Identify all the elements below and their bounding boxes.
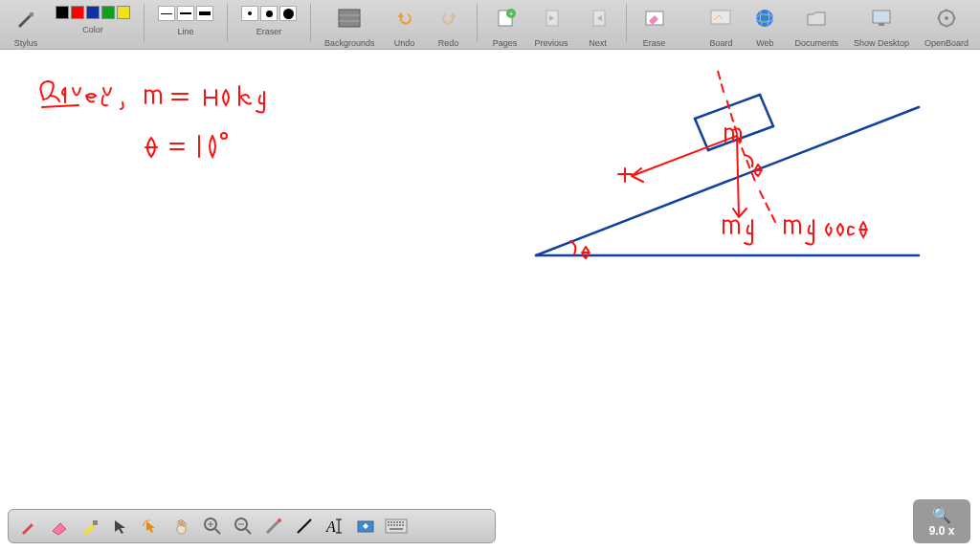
- redo-group: Redo: [431, 2, 467, 50]
- keyboard-tool[interactable]: [384, 514, 409, 539]
- svg-rect-50: [399, 521, 401, 523]
- svg-line-39: [298, 519, 311, 533]
- zoom-indicator[interactable]: 🔍 9.0 x: [913, 499, 970, 543]
- svg-rect-49: [396, 521, 398, 523]
- line-thick[interactable]: [196, 6, 213, 21]
- color-blue[interactable]: [86, 6, 100, 19]
- svg-rect-13: [873, 11, 890, 23]
- color-group: Color: [52, 2, 134, 36]
- color-yellow[interactable]: [117, 6, 130, 19]
- laser-tool[interactable]: [261, 514, 286, 539]
- svg-text:+: +: [508, 10, 513, 18]
- stylus-label: Stylus: [14, 38, 38, 48]
- svg-rect-57: [402, 524, 404, 526]
- svg-rect-54: [393, 524, 395, 526]
- pages-label: Pages: [493, 38, 518, 48]
- eraser-large[interactable]: [279, 6, 297, 21]
- eraser-med[interactable]: [260, 6, 278, 21]
- svg-rect-29: [93, 520, 98, 525]
- svg-rect-14: [879, 23, 884, 26]
- svg-rect-1: [339, 10, 360, 27]
- color-red[interactable]: [71, 6, 84, 19]
- svg-line-31: [215, 529, 220, 534]
- handwriting-layer: [0, 50, 980, 551]
- svg-point-28: [32, 519, 37, 525]
- svg-line-25: [695, 119, 708, 150]
- stylus-button[interactable]: [11, 4, 40, 33]
- line-tool[interactable]: [292, 514, 317, 539]
- svg-line-37: [267, 521, 278, 533]
- next-group: Next: [580, 2, 616, 50]
- web-group: Web: [746, 2, 783, 50]
- svg-rect-52: [388, 524, 390, 526]
- svg-rect-46: [388, 521, 390, 523]
- zoom-value: 9.0 x: [929, 524, 955, 538]
- next-button[interactable]: [584, 4, 612, 33]
- board-group: Board: [702, 2, 739, 50]
- svg-point-38: [278, 518, 281, 522]
- color-label: Color: [82, 25, 103, 34]
- zoom-out-tool[interactable]: [231, 514, 256, 539]
- documents-group: Documents: [791, 2, 842, 50]
- svg-text:A: A: [325, 518, 336, 535]
- text-tool[interactable]: A: [323, 514, 347, 539]
- select-tool[interactable]: [139, 514, 164, 539]
- undo-group: Undo: [387, 2, 423, 50]
- next-label: Next: [589, 38, 607, 48]
- zoom-in-tool[interactable]: [200, 514, 225, 539]
- highlighter-tool[interactable]: [78, 514, 102, 539]
- svg-rect-47: [390, 521, 392, 523]
- erase-group: Erase: [636, 2, 673, 50]
- eraser-tool[interactable]: [47, 514, 72, 539]
- svg-rect-58: [390, 528, 403, 530]
- openboard-button[interactable]: [932, 4, 961, 33]
- erase-label: Erase: [643, 38, 666, 48]
- capture-tool[interactable]: [353, 514, 378, 539]
- svg-point-11: [756, 10, 773, 27]
- right-tools: Board Web Documents Show Desktop OpenBoa…: [699, 2, 976, 50]
- svg-point-21: [221, 133, 227, 139]
- documents-label: Documents: [794, 38, 838, 48]
- undo-button[interactable]: [390, 4, 419, 33]
- svg-line-35: [246, 529, 251, 534]
- line-thin[interactable]: [158, 6, 175, 21]
- svg-line-27: [760, 95, 773, 126]
- openboard-group: OpenBoard: [921, 2, 972, 50]
- eraser-label: Eraser: [256, 27, 282, 36]
- svg-rect-56: [399, 524, 401, 526]
- board-label: Board: [709, 38, 732, 48]
- svg-point-16: [945, 16, 948, 20]
- color-green[interactable]: [101, 6, 115, 19]
- eraser-small[interactable]: [241, 6, 258, 21]
- svg-line-26: [695, 95, 760, 119]
- previous-button[interactable]: [537, 4, 566, 33]
- backgrounds-label: Backgrounds: [324, 38, 375, 48]
- showdesktop-label: Show Desktop: [854, 38, 909, 48]
- web-label: Web: [756, 38, 773, 48]
- pages-group: + Pages: [487, 2, 523, 50]
- erase-button[interactable]: [640, 4, 669, 33]
- board-button[interactable]: [706, 4, 735, 33]
- whiteboard-canvas[interactable]: [0, 50, 980, 551]
- svg-line-24: [708, 126, 773, 150]
- pointer-tool[interactable]: [108, 514, 133, 539]
- web-button[interactable]: [750, 4, 779, 33]
- pages-button[interactable]: +: [491, 4, 520, 33]
- line-group: Line: [154, 2, 217, 38]
- previous-label: Previous: [535, 38, 568, 48]
- top-toolbar: Stylus Color Line Eraser: [0, 0, 980, 50]
- svg-rect-55: [396, 524, 398, 526]
- hand-tool[interactable]: [169, 514, 194, 539]
- backgrounds-button[interactable]: [335, 4, 364, 33]
- svg-rect-53: [390, 524, 392, 526]
- svg-rect-51: [402, 521, 404, 523]
- redo-label: Redo: [438, 38, 459, 48]
- redo-button[interactable]: [434, 4, 463, 33]
- color-black[interactable]: [56, 6, 69, 19]
- showdesktop-button[interactable]: [867, 4, 896, 33]
- line-med[interactable]: [177, 6, 194, 21]
- documents-button[interactable]: [802, 4, 831, 33]
- eraser-group: Eraser: [237, 2, 301, 38]
- pen-tool[interactable]: [16, 514, 41, 539]
- stylus-group: Stylus: [8, 2, 44, 50]
